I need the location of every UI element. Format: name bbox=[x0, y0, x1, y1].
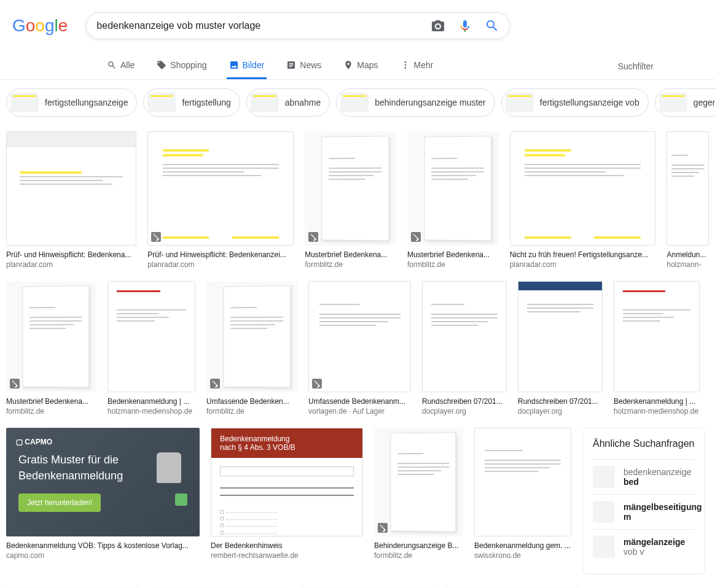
product-badge-icon bbox=[10, 379, 20, 389]
filter-chip[interactable]: fertigstellungsanzeige bbox=[6, 88, 137, 117]
image-result[interactable]: Anmeldun...holzmann- bbox=[666, 131, 709, 269]
result-title: Behinderungsanzeige B... bbox=[374, 541, 463, 550]
svg-point-0 bbox=[404, 61, 406, 63]
result-title: Rundschreiben 07/201... bbox=[422, 397, 507, 406]
result-thumbnail bbox=[147, 131, 294, 246]
result-thumbnail bbox=[614, 281, 700, 392]
image-result[interactable]: Umfassende Bedenken...formblitz.de bbox=[206, 281, 297, 416]
chip-label: abnahme bbox=[285, 98, 321, 107]
image-result[interactable]: Prüf- und Hinweispflicht: Bedenkenanzei.… bbox=[147, 131, 294, 269]
nav-tabs: AlleShoppingBilderNewsMapsMehr Suchfilte… bbox=[0, 53, 715, 80]
result-source: formblitz.de bbox=[206, 407, 297, 416]
search-bar[interactable] bbox=[86, 12, 510, 39]
result-source: formblitz.de bbox=[6, 407, 96, 416]
image-result[interactable]: Behinderungsanzeige B...formblitz.de bbox=[374, 428, 463, 574]
image-result[interactable]: Rundschreiben 07/201...docplayer.org bbox=[518, 281, 603, 416]
result-thumbnail: Bedenkenanmeldungnach § 4 Abs. 3 VOB/B▢ … bbox=[211, 428, 363, 536]
product-badge-icon bbox=[411, 232, 421, 242]
chip-thumb bbox=[10, 93, 39, 112]
result-source: formblitz.de bbox=[407, 260, 499, 269]
result-source: formblitz.de bbox=[374, 551, 463, 560]
result-source: capmo.com bbox=[6, 551, 200, 560]
tab-label: Shopping bbox=[170, 60, 206, 70]
filter-chip[interactable]: gegen a bbox=[655, 88, 715, 117]
result-source: holzmann-medienshop.de bbox=[614, 407, 700, 416]
result-source: planradar.com bbox=[510, 260, 656, 269]
related-searches: Ähnliche Suchanfragenbedenkenanzeige bed… bbox=[582, 428, 705, 574]
image-result[interactable]: Bedenkenanmeldungnach § 4 Abs. 3 VOB/B▢ … bbox=[211, 428, 363, 574]
image-result[interactable]: Rundschreiben 07/201...docplayer.org bbox=[422, 281, 507, 416]
related-item[interactable]: mängelanzeige vob v bbox=[593, 529, 695, 564]
image-result[interactable]: Bedenkenanmeldung | ...holzmann-mediensh… bbox=[614, 281, 700, 416]
svg-point-2 bbox=[404, 67, 406, 69]
search-icon bbox=[107, 60, 117, 70]
product-badge-icon bbox=[210, 379, 220, 389]
chip-label: fertigstellungsanzeige bbox=[45, 98, 128, 107]
chip-label: fertigstellung bbox=[182, 98, 230, 107]
product-badge-icon bbox=[151, 232, 161, 242]
tab-mehr[interactable]: Mehr bbox=[398, 53, 436, 79]
product-badge-icon bbox=[378, 523, 388, 533]
related-item[interactable]: mängelbeseitigung m bbox=[593, 494, 695, 529]
result-source: swisskrono.de bbox=[474, 551, 571, 560]
result-thumbnail bbox=[510, 131, 656, 246]
related-label: bedenkenanzeige bed bbox=[623, 467, 695, 487]
result-thumbnail bbox=[6, 281, 96, 392]
chip-label: gegen a bbox=[694, 98, 715, 107]
more-icon bbox=[400, 60, 410, 70]
tab-bilder[interactable]: Bilder bbox=[227, 53, 267, 79]
result-thumbnail: ▢ CAPMOGratis Muster für die Bedenkenanm… bbox=[6, 428, 200, 536]
filter-chips: fertigstellungsanzeigefertigstellungabna… bbox=[0, 80, 715, 125]
filter-chip[interactable]: fertigstellung bbox=[143, 88, 240, 117]
image-result[interactable]: Prüf- und Hinweispflicht: Bedenkena...pl… bbox=[6, 131, 136, 269]
microphone-icon[interactable] bbox=[458, 18, 472, 33]
image-result[interactable]: Musterbrief Bedenkena...formblitz.de bbox=[407, 131, 499, 269]
tab-maps[interactable]: Maps bbox=[341, 53, 380, 79]
result-thumbnail bbox=[407, 131, 499, 246]
result-title: Prüf- und Hinweispflicht: Bedenkena... bbox=[6, 250, 136, 259]
search-input[interactable] bbox=[96, 20, 431, 31]
image-result[interactable]: Umfassende Bedenkenanm...vorlagen.de · A… bbox=[308, 281, 411, 416]
image-result[interactable]: Musterbrief Bedenkena...formblitz.de bbox=[305, 131, 396, 269]
google-logo[interactable]: Google bbox=[12, 16, 68, 36]
related-label: mängelanzeige vob v bbox=[623, 537, 695, 557]
image-result[interactable]: Bedenkenanmeldung | ...holzmann-mediensh… bbox=[107, 281, 195, 416]
filter-chip[interactable]: behinderungsanzeige muster bbox=[336, 88, 495, 117]
search-filter[interactable]: Suchfilter bbox=[618, 61, 654, 71]
result-source: holzmann-medienshop.de bbox=[107, 407, 195, 416]
result-title: Umfassende Bedenkenanm... bbox=[308, 397, 411, 406]
filter-chip[interactable]: abnahme bbox=[246, 88, 330, 117]
filter-chip[interactable]: fertigstellungsanzeige vob bbox=[501, 88, 649, 117]
result-thumbnail bbox=[6, 131, 136, 246]
chip-thumb bbox=[659, 93, 687, 112]
tab-label: Mehr bbox=[414, 60, 434, 70]
result-source: docplayer.org bbox=[518, 407, 603, 416]
result-source: rembert-rechtsanwaelte.de bbox=[211, 551, 363, 560]
image-result[interactable]: Bedenkenanmeldung gem. ...swisskrono.de bbox=[474, 428, 571, 574]
result-title: Rundschreiben 07/201... bbox=[518, 397, 603, 406]
chip-label: behinderungsanzeige muster bbox=[375, 98, 486, 107]
image-result[interactable]: Nicht zu früh freuen! Fertigstellungsanz… bbox=[510, 131, 656, 269]
camera-icon[interactable] bbox=[431, 18, 445, 33]
image-result[interactable]: Musterbrief Bedenkena...formblitz.de bbox=[6, 281, 96, 416]
result-thumbnail bbox=[666, 131, 709, 246]
related-thumb bbox=[593, 501, 615, 523]
result-title: Der Bedenkenhinweis bbox=[211, 541, 363, 550]
result-source: planradar.com bbox=[6, 260, 136, 269]
result-thumbnail bbox=[518, 281, 603, 392]
product-badge-icon bbox=[312, 379, 322, 389]
search-icon[interactable] bbox=[485, 18, 499, 33]
image-grid: Prüf- und Hinweispflicht: Bedenkena...pl… bbox=[0, 125, 715, 588]
tab-shopping[interactable]: Shopping bbox=[154, 53, 209, 79]
result-source: vorlagen.de · Auf Lager bbox=[308, 407, 411, 416]
tab-news[interactable]: News bbox=[284, 53, 324, 79]
result-title: Bedenkenanmeldung | ... bbox=[107, 397, 195, 406]
tab-label: Maps bbox=[357, 60, 378, 70]
tab-alle[interactable]: Alle bbox=[104, 53, 137, 79]
result-title: Bedenkenanmeldung gem. ... bbox=[474, 541, 571, 550]
result-thumbnail bbox=[206, 281, 297, 392]
result-title: Umfassende Bedenken... bbox=[206, 397, 297, 406]
image-result[interactable]: ▢ CAPMOGratis Muster für die Bedenkenanm… bbox=[6, 428, 200, 574]
tab-label: Alle bbox=[120, 60, 135, 70]
related-item[interactable]: bedenkenanzeige bed bbox=[593, 459, 695, 494]
